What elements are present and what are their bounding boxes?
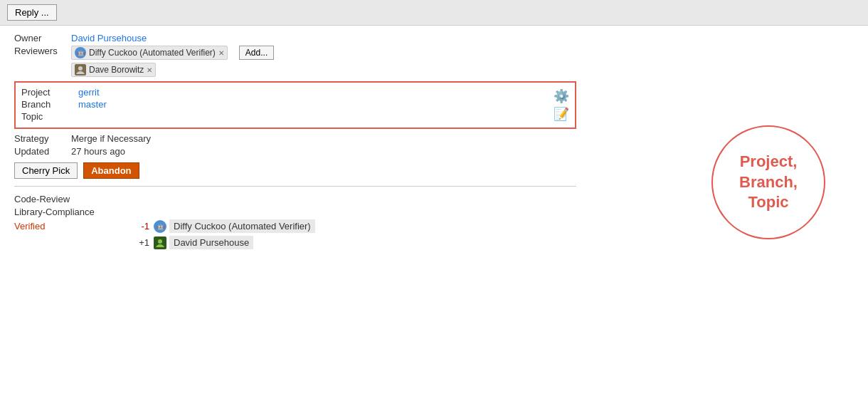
abandon-button[interactable]: Abandon xyxy=(83,162,139,179)
svg-point-2 xyxy=(158,239,162,244)
diffy-score-name: Diffy Cuckoo (Automated Verifier) xyxy=(169,219,315,233)
dave-remove[interactable]: ✕ xyxy=(147,66,152,74)
diffy-avatar: 🤖 xyxy=(75,47,86,58)
owner-value[interactable]: David Pursehouse xyxy=(71,33,147,43)
annotation-text: Project,Branch,Topic xyxy=(739,152,798,213)
project-value[interactable]: gerrit xyxy=(78,87,569,98)
branch-label: Branch xyxy=(21,99,78,110)
reviewers-row: Reviewers 🤖 Diffy Cuckoo (Automated Veri… xyxy=(14,46,854,77)
updated-value: 27 hours ago xyxy=(71,146,125,157)
strategy-label: Strategy xyxy=(14,133,71,144)
project-label: Project xyxy=(21,87,78,98)
top-bar: Reply ... xyxy=(0,0,868,26)
david-score-user: David Pursehouse xyxy=(154,236,253,249)
reviewer-tag-dave: Dave Borowitz ✕ xyxy=(71,63,156,77)
david-score-avatar xyxy=(154,236,166,249)
topic-row: Topic xyxy=(21,111,569,122)
updated-label: Updated xyxy=(14,146,71,157)
reviewers-list: 🤖 Diffy Cuckoo (Automated Verifier) ✕ Ad… xyxy=(71,46,274,77)
diffy-remove[interactable]: ✕ xyxy=(218,49,224,57)
reviewers-label: Reviewers xyxy=(14,46,71,56)
verified-label: Verified xyxy=(14,221,128,232)
svg-point-0 xyxy=(78,66,83,71)
pbt-box: Project gerrit Branch master Topic ⚙️ 📝 xyxy=(14,81,576,129)
diffy-name: Diffy Cuckoo (Automated Verifier) xyxy=(89,48,216,58)
cherry-pick-button[interactable]: Cherry Pick xyxy=(14,162,78,179)
strategy-value: Merge if Necessary xyxy=(71,133,151,144)
content-area: Owner David Pursehouse Reviewers 🤖 Diffy… xyxy=(0,26,868,259)
add-reviewer-button[interactable]: Add... xyxy=(239,46,274,60)
score-pos1: +1 xyxy=(128,237,149,248)
david-score-name: David Pursehouse xyxy=(169,236,253,249)
main-container: Reply ... Owner David Pursehouse Reviewe… xyxy=(0,0,868,416)
project-row: Project gerrit xyxy=(21,87,569,98)
branch-value[interactable]: master xyxy=(78,99,569,110)
dave-name: Dave Borowitz xyxy=(89,65,144,75)
verified-row-2: +1 David Pursehouse xyxy=(14,236,854,249)
annotation-bubble: Project,Branch,Topic xyxy=(711,125,825,239)
branch-row: Branch master xyxy=(21,99,569,110)
owner-label: Owner xyxy=(14,33,71,43)
reviewer-tag-diffy: 🤖 Diffy Cuckoo (Automated Verifier) ✕ xyxy=(71,46,228,60)
gear-icon[interactable]: ⚙️ xyxy=(554,88,569,104)
divider xyxy=(14,186,576,187)
topic-label: Topic xyxy=(21,111,78,122)
dave-avatar xyxy=(75,64,86,76)
diffy-score-user: 🤖 Diffy Cuckoo (Automated Verifier) xyxy=(154,219,315,233)
edit-icon[interactable]: 📝 xyxy=(554,106,569,122)
diffy-score-avatar: 🤖 xyxy=(154,220,166,233)
reply-button[interactable]: Reply ... xyxy=(7,4,57,21)
owner-row: Owner David Pursehouse xyxy=(14,33,854,43)
score-neg1: -1 xyxy=(128,221,149,232)
